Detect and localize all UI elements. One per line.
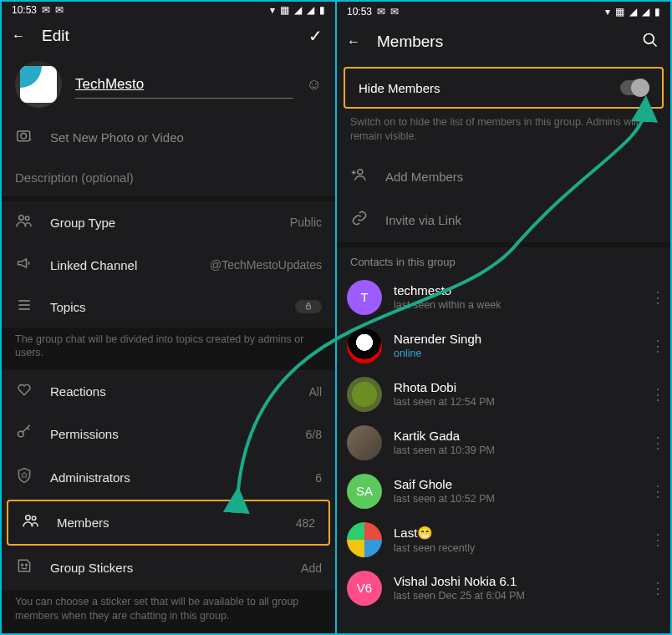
status-mail-icon: ✉ <box>55 4 64 16</box>
reactions-row[interactable]: Reactions All <box>2 370 335 413</box>
signal-icon: ◢ <box>294 4 302 16</box>
topics-toggle[interactable] <box>295 300 322 313</box>
svg-point-8 <box>18 431 24 437</box>
topics-row[interactable]: Topics <box>2 287 335 328</box>
member-status: last seen recently <box>394 542 639 554</box>
members-header: ← Members <box>337 22 670 62</box>
members-screen: 10:53 ✉ ✉ ▾ ▦ ◢ ◢ ▮ ← Members Hide Membe… <box>337 2 670 633</box>
members-title: Members <box>377 33 624 51</box>
stickers-value: Add <box>301 561 322 575</box>
more-icon[interactable]: ⋮ <box>650 288 660 307</box>
svg-line-14 <box>653 42 657 46</box>
svg-rect-0 <box>18 131 30 141</box>
status-bar-right: 10:53 ✉ ✉ ▾ ▦ ◢ ◢ ▮ <box>337 2 670 22</box>
hide-members-row[interactable]: Hide Members <box>344 67 664 109</box>
member-status: last seen Dec 25 at 6:04 PM <box>394 590 639 602</box>
wifi-icon: ▾ <box>270 4 275 16</box>
status-msg-icon: ✉ <box>377 6 385 18</box>
member-avatar: V6 <box>347 571 382 606</box>
members-label: Members <box>57 516 279 530</box>
description-input[interactable]: Description (optional) <box>2 159 335 196</box>
signal2-icon: ◢ <box>642 6 649 18</box>
hide-members-hint: Switch on to hide the list of members in… <box>337 109 670 155</box>
add-members-row[interactable]: Add Members <box>337 155 670 198</box>
set-photo-row[interactable]: Set New Photo or Video <box>2 116 335 159</box>
hide-members-toggle[interactable] <box>620 80 649 95</box>
topics-hint: The group chat will be divided into topi… <box>2 328 335 371</box>
group-name-input[interactable] <box>75 71 293 99</box>
status-bar: 10:53 ✉ ✉ ▾ ▦ ◢ ◢ ▮ <box>2 2 335 18</box>
permissions-row[interactable]: Permissions 6/8 <box>2 413 335 455</box>
administrators-value: 6 <box>315 471 322 485</box>
member-avatar <box>347 425 382 460</box>
more-icon[interactable]: ⋮ <box>650 482 660 500</box>
battery-icon: ▮ <box>654 6 660 18</box>
member-name: Narender Singh <box>394 332 639 346</box>
status-time: 10:53 <box>12 4 37 16</box>
administrators-label: Administrators <box>50 470 298 485</box>
member-avatar <box>347 328 382 363</box>
more-icon[interactable]: ⋮ <box>650 531 660 549</box>
calc-icon: ▦ <box>615 6 624 18</box>
more-icon[interactable]: ⋮ <box>650 579 660 597</box>
megaphone-icon <box>15 256 33 275</box>
member-name: Vishal Joshi Nokia 6.1 <box>394 574 639 588</box>
back-button[interactable]: ← <box>347 34 360 49</box>
status-mail-icon: ✉ <box>390 6 399 18</box>
link-icon <box>350 210 369 231</box>
contacts-header: Contacts in this group <box>337 247 670 273</box>
people-icon <box>15 213 33 232</box>
member-row[interactable]: Rhota Dobilast seen at 12:54 PM⋮ <box>337 370 670 419</box>
signal-icon: ◢ <box>629 6 637 18</box>
emoji-icon[interactable]: ☺ <box>307 76 322 94</box>
svg-point-13 <box>644 33 654 43</box>
more-icon[interactable]: ⋮ <box>650 385 660 404</box>
administrators-row[interactable]: Administrators 6 <box>2 455 335 500</box>
member-row[interactable]: V6Vishal Joshi Nokia 6.1last seen Dec 25… <box>337 564 670 612</box>
stickers-row[interactable]: Group Stickers Add <box>2 546 335 590</box>
svg-point-11 <box>22 565 23 566</box>
key-icon <box>15 424 33 444</box>
more-icon[interactable]: ⋮ <box>650 337 660 355</box>
edit-header: ← Edit ✓ <box>2 18 335 53</box>
group-type-row[interactable]: Group Type Public <box>2 201 335 244</box>
svg-point-9 <box>26 516 30 520</box>
member-row[interactable]: Kartik Gadalast seen at 10:39 PM⋮ <box>337 419 670 467</box>
member-avatar: SA <box>347 474 382 509</box>
linked-channel-row[interactable]: Linked Channel @TechMestoUpdates <box>2 244 335 287</box>
edit-title: Edit <box>42 27 288 45</box>
svg-point-12 <box>26 565 28 566</box>
members-value: 482 <box>296 516 315 530</box>
group-type-value: Public <box>290 216 322 229</box>
member-row[interactable]: Ttechmestolast seen within a week⋮ <box>337 273 670 322</box>
reactions-value: All <box>308 385 322 399</box>
hide-members-label: Hide Members <box>359 81 440 95</box>
members-list: Ttechmestolast seen within a week⋮Narend… <box>337 273 670 612</box>
member-row[interactable]: Last😁last seen recently⋮ <box>337 516 670 564</box>
member-status: last seen at 12:54 PM <box>394 396 639 408</box>
status-msg-icon: ✉ <box>42 4 50 16</box>
edit-screen: 10:53 ✉ ✉ ▾ ▦ ◢ ◢ ▮ ← Edit ✓ ☺ <box>2 2 335 633</box>
search-button[interactable] <box>640 32 660 53</box>
members-row[interactable]: Members 482 <box>7 500 330 546</box>
confirm-button[interactable]: ✓ <box>305 26 325 46</box>
linked-channel-value: @TechMestoUpdates <box>210 258 322 272</box>
member-name: techmesto <box>394 283 639 297</box>
member-row[interactable]: Narender Singhonline⋮ <box>337 322 670 370</box>
sticker-icon <box>15 557 33 578</box>
svg-point-10 <box>32 516 36 521</box>
shield-icon <box>15 467 33 488</box>
topics-label: Topics <box>50 300 278 314</box>
add-members-label: Add Members <box>385 170 657 184</box>
back-button[interactable]: ← <box>12 28 25 43</box>
svg-point-15 <box>358 169 363 174</box>
invite-link-row[interactable]: Invite via Link <box>337 198 670 242</box>
more-icon[interactable]: ⋮ <box>650 434 660 452</box>
member-name: Rhota Dobi <box>394 380 639 394</box>
permissions-label: Permissions <box>50 427 289 441</box>
set-photo-label: Set New Photo or Video <box>50 130 322 145</box>
invite-link-label: Invite via Link <box>385 213 657 227</box>
member-row[interactable]: SASaif Gholelast seen at 10:52 PM⋮ <box>337 467 670 516</box>
group-avatar[interactable] <box>15 61 62 108</box>
svg-point-3 <box>25 216 28 221</box>
